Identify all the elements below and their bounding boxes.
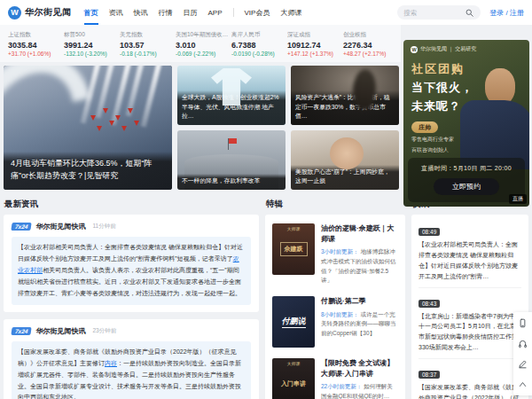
news-feed-item[interactable]: 7x24 华尔街见闻快讯 11分钟前 【农业农村部相关司局负责人：全面排查各类毁… (4, 215, 259, 312)
feed-timestamp: 11分钟前 (92, 223, 115, 231)
jet-icon (115, 115, 121, 121)
market-indices-bar: 上证指数 3035.84 +31.70 (+1.06%) 标普500 3991.… (0, 25, 401, 62)
login-register-link[interactable]: 登录 / 注册 (489, 8, 524, 18)
live-schedule: 直播时间：5月10日 周二 20:00 (411, 164, 521, 173)
feed-timestamp: 23分钟前 (92, 327, 116, 335)
nav-news[interactable]: 资讯 (109, 0, 123, 25)
features-card: 大师课 佘建跃 油价的逻辑·佘建跃｜大师课 3小时前更新：地缘博弈脉冲式冲击模式… (265, 215, 405, 399)
latest-news-column: 最新资讯 7x24 华尔街见闻快讯 11分钟前 【农业农村部相关司局负责人：全面… (4, 195, 259, 399)
features-heading: 特辑 (266, 199, 283, 210)
search-icon[interactable] (466, 9, 473, 17)
feature-item-oil[interactable]: 大师课 佘建跃 油价的逻辑·佘建跃｜大师课 3小时前更新：地缘博弈脉冲式冲击模式… (272, 223, 398, 286)
feature-thumbnail: 大师课 佘建跃 (272, 223, 315, 275)
main-nav: 首页 资讯 快讯 行情 日历 APP VIP会员 大师课 (84, 0, 398, 25)
nav-vip[interactable]: VIP会员 (245, 0, 270, 25)
jet-icon (90, 115, 96, 121)
index-item-sp500[interactable]: 标普500 3991.24 -132.10 (-3.20%) (64, 31, 120, 57)
index-item-shenzhen[interactable]: 深证成指 10912.74 +147.12 (+1.37%) (287, 31, 343, 57)
feed-source: 华尔街见闻快讯 (35, 326, 85, 336)
live-promo-banner[interactable]: W 华尔街见闻 ｜ 交易研究 社区团购 当下很火， 未来呢？ 庄帅 零售电商行业… (403, 40, 529, 207)
wscn-logo-icon: W (8, 6, 21, 20)
search-input[interactable] (403, 9, 466, 17)
site-logo[interactable]: W 华尔街见闻 (8, 6, 72, 20)
speaker-desc-1: 零售电商行业专家 (411, 136, 529, 144)
news-feed-item[interactable]: 7x24 华尔街见闻快讯 23分钟前 【国家发展改革委、商务部就《鼓励外商投资产… (4, 319, 259, 399)
top-navigation-bar: W 华尔街见闻 首页 资讯 快讯 行情 日历 APP VIP会员 大师课 登录 … (0, 0, 532, 25)
feature-thumbnail: 大师课 入门串讲 (272, 358, 315, 399)
index-item-shanghai[interactable]: 上证指数 3035.84 +31.70 (+1.06%) (8, 31, 64, 57)
story-card-retail[interactable]: 美股散户心态“崩了”：上周四抄底，这周一止损 (291, 130, 399, 190)
search-box[interactable] (397, 5, 481, 20)
feed-source: 华尔街见闻快讯 (35, 222, 85, 231)
flash-time-badge: 08:49 (419, 228, 440, 236)
feature-item-fupeng[interactable]: 付鹏说 付鹏说·第二季 8小时前更新：或许是一个完美转身路径的案例——聊聊当前的… (272, 296, 398, 348)
live-tag: 直播 (509, 194, 527, 204)
flash-news-column: 快讯 查看更多 > 08:49 【农业农村部相关司局负责人：全面排查各类毁麦情况… (411, 195, 528, 399)
7x24-badge: 7x24 (11, 327, 32, 335)
feature-thumbnail: 付鹏说 (272, 296, 315, 348)
nav-app[interactable]: APP (208, 0, 223, 25)
nav-home[interactable]: 首页 (84, 0, 98, 25)
index-item-us10y[interactable]: 美国10年期国债收… 3.010 -0.069 (-2.22%) (176, 31, 231, 57)
nav-markets[interactable]: 行情 (159, 0, 173, 25)
mobile-app-icon[interactable] (517, 317, 528, 329)
speaker-name-badge: 庄帅 (411, 121, 438, 133)
flash-item[interactable]: 08:43 【北京房山：新增感染者中7例为中铁十一局公司员工】5月10日，在北京… (419, 293, 521, 360)
nav-masterclass[interactable]: 大师课 (280, 0, 301, 25)
speaker-desc-2: 百联咨询创始人 (411, 146, 529, 154)
hero-story-card[interactable]: 4月电动车销量环比大降36.5%，短期“阵痛”or长期趋势改变？|见智研究 (4, 66, 172, 190)
banner-title-line2: 当下很火， (411, 80, 529, 96)
flash-item[interactable]: 08:49 【农业农村部相关司局负责人：全面排查各类毁麦情况 确保夏粮颗粒归仓】… (419, 222, 521, 288)
story-card-astocks[interactable]: 全球大跌，A股独涨！创业板涨超2% 半导体、光伏、风电掀涨停潮 地产拉… (177, 66, 286, 125)
banner-title-line3: 未来呢？ (411, 98, 529, 114)
audio-listen-icon[interactable] (517, 338, 528, 349)
inline-topic-link[interactable]: 内容 (105, 360, 117, 366)
nav-flash[interactable]: 快讯 (134, 0, 148, 25)
flash-time-badge: 08:43 (419, 300, 440, 308)
story-card-grid: 全球大跌，A股独涨！创业板涨超2% 半导体、光伏、风电掀涨停潮 地产拉… 风险资… (177, 66, 399, 190)
feedback-edit-icon[interactable] (517, 358, 528, 370)
nav-calendar[interactable]: 日历 (184, 0, 198, 25)
feed-text: 【农业农村部相关司局负责人：全面排查各类毁麦情况 确保夏粮颗粒归仓】针对近日媒体… (12, 237, 251, 305)
jet-icon (128, 108, 133, 113)
banner-title-line1: 社区团购 (411, 61, 529, 77)
flash-time-badge: 08:37 (419, 371, 440, 379)
brand-name: 华尔街见闻 (25, 6, 72, 19)
jet-icon (103, 108, 108, 113)
index-item-dxy[interactable]: 美元指数 103.57 -0.18 (-0.17%) (120, 31, 176, 57)
feature-item-intro[interactable]: 大师课 入门串讲 【限时免费 全文试读】大师课·入门串讲 22小时前更新：如何理… (272, 358, 398, 399)
back-to-top-icon[interactable] (517, 379, 528, 390)
jet-icon (134, 121, 139, 126)
jet-icon (121, 126, 127, 131)
index-item-chinext[interactable]: 创业板指 2276.34 +48.27 (+2.17%) (343, 31, 399, 57)
banner-brand-line: 华尔街见闻 ｜ 交易研究 (420, 45, 476, 53)
lower-content: 最新资讯 7x24 华尔街见闻快讯 11分钟前 【农业农村部相关司局负责人：全面… (0, 195, 532, 399)
flag-icon (229, 138, 237, 144)
jet-icon (97, 126, 102, 131)
story-card-crypto[interactable]: 风险资产“大逃杀”：比特币腰斩，稳定币一夜暴跌30%，数字货币总市值… (291, 66, 399, 125)
flash-item[interactable]: 08:37 【国家发展改革委、商务部就《鼓励外商投资产业目录（2022年版）（征… (419, 364, 521, 399)
hero-title: 4月电动车销量环比大降36.5%，短期“阵痛”or长期趋势改变？|见智研究 (4, 152, 172, 190)
features-column: 特辑 大师课 佘建跃 油价的逻辑·佘建跃｜大师课 3小时前更新：地缘博弈脉冲式冲… (265, 195, 405, 399)
index-item-usdcnh[interactable]: 离岸人民币 6.7388 -0.0190 (-0.28%) (231, 31, 287, 57)
floating-toolbar (513, 312, 532, 395)
feed-text: 【国家发展改革委、商务部就《鼓励外商投资产业目录（2022年版）（征求意见稿）》… (12, 341, 251, 399)
story-card-ratecut[interactable]: 不一样的降息，存款利率改革 (177, 130, 286, 190)
nav-divider (233, 8, 234, 17)
7x24-badge: 7x24 (11, 223, 32, 231)
flash-card: 08:49 【农业农村部相关司局负责人：全面排查各类毁麦情况 确保夏粮颗粒归仓】… (411, 215, 528, 399)
reserve-button[interactable]: 立即预约 (434, 178, 499, 195)
wscn-logo-icon-small: W (411, 46, 418, 53)
latest-news-heading: 最新资讯 (4, 199, 38, 210)
jet-icon (109, 121, 114, 126)
